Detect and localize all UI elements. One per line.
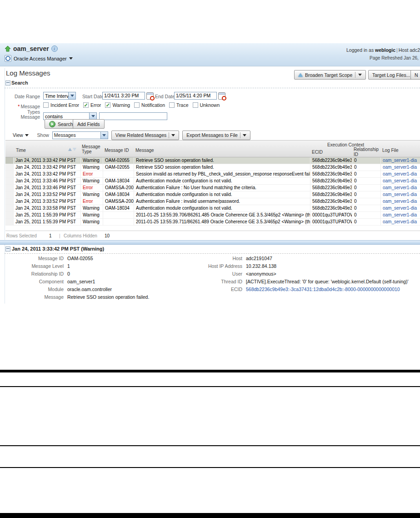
- table-row[interactable]: Jan 24, 2011 3:33:58 PM PSTWarningOAM-18…: [5, 205, 420, 212]
- table-row[interactable]: Jan 24, 2011 3:33:52 PM PSTWarningOAM-18…: [5, 191, 420, 198]
- detail-fields-left: Message IDOAM-02055Message Level1Relatio…: [5, 255, 201, 301]
- row-select-gutter: [5, 157, 14, 164]
- detail-field-label: Module: [5, 286, 67, 293]
- panel-splitter[interactable]: [0, 240, 420, 245]
- detail-field-label: Component: [5, 278, 67, 286]
- col-message-type[interactable]: MessageType: [82, 144, 100, 154]
- message-text-input[interactable]: [99, 112, 167, 120]
- log-table-body: Jan 24, 2011 3:33:42 PM PSTWarningOAM-02…: [5, 157, 420, 226]
- log-file-link[interactable]: oam_server1-dia: [383, 206, 417, 211]
- search-section-header[interactable]: Search: [5, 80, 28, 85]
- info-icon[interactable]: i: [51, 45, 58, 52]
- cell-log-file: oam_server1-dia: [381, 171, 420, 177]
- table-row[interactable]: Jan 24, 2011 3:33:46 PM PSTWarningOAM-18…: [5, 178, 420, 185]
- date-range-select[interactable]: Time Interval: [43, 92, 76, 100]
- log-file-link[interactable]: oam_server1-dia: [383, 192, 417, 197]
- start-date-input[interactable]: 1/24/11 3:20 PM: [102, 92, 145, 100]
- detail-field-value: OAM-02055: [67, 255, 93, 262]
- checkbox-notification[interactable]: Notification: [134, 102, 165, 108]
- log-file-link[interactable]: oam_server1-dia: [383, 158, 417, 163]
- col-log-file[interactable]: Log File: [382, 148, 399, 153]
- checkbox-unknown[interactable]: Unknown: [193, 102, 220, 108]
- cell-message-type: Warning: [81, 164, 103, 171]
- log-file-link[interactable]: oam_server1-dia: [383, 185, 417, 190]
- checkbox-checked-icon[interactable]: ✓: [83, 102, 89, 108]
- cell-relationship-id: 0: [352, 219, 381, 225]
- cell-message: Authentication Failure : No User found m…: [134, 185, 310, 191]
- context-menu-label: Oracle Access Manager: [14, 56, 67, 61]
- up-target-icon[interactable]: [5, 45, 11, 52]
- detail-field-value[interactable]: 568db2236c9b49e3:-3ca37431:12dba0d4c2b:-…: [246, 286, 400, 293]
- log-file-link[interactable]: oam_server1-dia: [383, 165, 417, 170]
- target-context-menu[interactable]: Oracle Access Manager: [5, 55, 73, 62]
- table-row[interactable]: Jan 24, 2011 3:33:52 PM PSTErrorOAMSSA-2…: [5, 198, 420, 205]
- checkbox-warning[interactable]: ✓Warning: [105, 102, 130, 108]
- cell-time: Jan 24, 2011 3:33:42 PM PST: [14, 171, 81, 177]
- document-rule: [0, 467, 420, 468]
- checkbox-label: Error: [90, 102, 101, 108]
- col-time[interactable]: Time: [16, 148, 26, 153]
- detail-field-label: Relationship ID: [5, 270, 67, 278]
- log-file-link[interactable]: oam_server1-dia: [383, 212, 417, 217]
- target-log-files-button[interactable]: Target Log Files...: [368, 70, 414, 80]
- table-row[interactable]: Jan 24, 2011 3:33:42 PM PSTWarningOAM-02…: [5, 164, 420, 171]
- checkbox-unchecked-icon[interactable]: [169, 102, 175, 108]
- log-file-link[interactable]: oam_server1-dia: [383, 178, 417, 183]
- logged-in-user: weblogic: [375, 47, 395, 53]
- table-row[interactable]: Jan 25, 2011 1:55:39 PM PSTWarning2011-0…: [5, 212, 420, 219]
- col-relationship-id[interactable]: RelationshipID: [354, 147, 379, 157]
- add-fields-button[interactable]: Add Fields: [73, 119, 105, 129]
- detail-field-label: Message: [5, 293, 67, 301]
- cell-time: Jan 25, 2011 1:55:39 PM PST: [14, 212, 81, 218]
- checkbox-label: Warning: [112, 102, 130, 108]
- calendar-icon[interactable]: [218, 92, 225, 100]
- row-select-gutter: [5, 191, 14, 198]
- calendar-icon[interactable]: [146, 92, 154, 100]
- page-refreshed: Page Refreshed Jan 26, 2011: [370, 55, 420, 60]
- export-messages-button[interactable]: Export Messages to File: [182, 131, 250, 140]
- detail-field-value: 1: [67, 262, 70, 270]
- collapse-icon[interactable]: [5, 80, 10, 85]
- footer-divider: |: [59, 233, 60, 238]
- detail-field-value: adc2191047: [246, 255, 272, 262]
- detail-field: MessageRetrieve SSO session operation fa…: [5, 293, 201, 301]
- checkbox-unchecked-icon[interactable]: [134, 102, 140, 108]
- log-file-link[interactable]: oam_server1-dia: [383, 219, 417, 224]
- col-ecid[interactable]: ECID: [312, 150, 323, 155]
- cell-relationship-id: 0: [352, 164, 381, 171]
- cell-log-file: oam_server1-dia: [381, 178, 420, 184]
- checkbox-checked-icon[interactable]: ✓: [105, 102, 110, 108]
- checkbox-error[interactable]: ✓Error: [83, 102, 101, 108]
- collapse-icon[interactable]: [5, 246, 10, 251]
- checkbox-trace[interactable]: Trace: [169, 102, 188, 108]
- cell-time: Jan 24, 2011 3:33:46 PM PST: [14, 185, 81, 191]
- cell-message: 2011-01-25 13:55:39.711/86261.489 Oracle…: [134, 219, 310, 225]
- table-row[interactable]: Jan 24, 2011 3:33:42 PM PSTErrorSession …: [5, 171, 420, 178]
- cell-message: Session invalid as returned by PBL_check…: [134, 171, 310, 177]
- show-select[interactable]: Messages: [52, 131, 108, 139]
- checkbox-unchecked-icon[interactable]: [193, 102, 198, 108]
- checkbox-incident-error[interactable]: Incident Error: [43, 102, 79, 108]
- cell-log-file: oam_server1-dia: [381, 205, 420, 211]
- sort-controls[interactable]: [68, 148, 76, 151]
- view-menu[interactable]: View: [11, 132, 30, 138]
- broaden-target-scope-button[interactable]: Broaden Target Scope: [294, 70, 366, 80]
- message-type-checkboxes: Incident Error✓Error✓WarningNotification…: [43, 102, 220, 108]
- col-message[interactable]: Message: [135, 148, 154, 153]
- log-file-link[interactable]: oam_server1-dia: [383, 199, 417, 204]
- start-date-label: Start Date: [82, 94, 104, 99]
- checkbox-unchecked-icon[interactable]: [43, 102, 49, 108]
- view-related-messages-button[interactable]: View Related Messages: [111, 131, 179, 140]
- detail-header[interactable]: Jan 24, 2011 3:33:42 PM PST (Warning): [5, 246, 104, 251]
- log-file-link[interactable]: oam_server1-dia: [383, 171, 417, 176]
- table-row[interactable]: Jan 24, 2011 3:33:42 PM PSTWarningOAM-02…: [5, 157, 420, 164]
- cell-message-id: [103, 212, 134, 218]
- target-type-icon: [5, 55, 11, 62]
- end-date-input[interactable]: 1/25/11 4:20 PM: [174, 92, 217, 100]
- col-message-id[interactable]: Message ID: [105, 148, 129, 153]
- table-row[interactable]: Jan 24, 2011 3:33:46 PM PSTErrorOAMSSA-2…: [5, 185, 420, 191]
- partial-button-right[interactable]: N: [410, 70, 420, 80]
- detail-field-value: 0: [67, 270, 70, 278]
- cell-relationship-id: 0: [352, 157, 381, 164]
- table-row[interactable]: Jan 25, 2011 1:55:39 PM PSTWarning2011-0…: [5, 219, 420, 226]
